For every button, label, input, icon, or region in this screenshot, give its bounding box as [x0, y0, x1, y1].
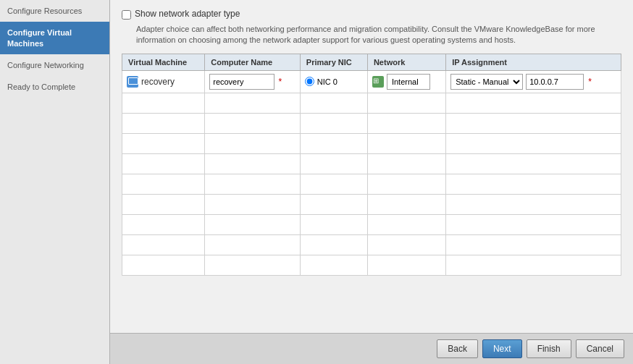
ip-value-input[interactable] — [526, 74, 584, 90]
content-area: Configure Resources Configure Virtual Ma… — [0, 0, 633, 364]
network-display: Internal — [372, 74, 441, 90]
col-network: Network — [367, 54, 445, 70]
adapter-description: Adapter choice can affect both networkin… — [136, 24, 600, 46]
nic-radio-group: NIC 0 — [305, 77, 363, 86]
empty-row-6 — [122, 194, 621, 214]
sidebar: Configure Resources Configure Virtual Ma… — [0, 0, 110, 364]
empty-row-8 — [122, 234, 621, 255]
finish-button[interactable]: Finish — [527, 339, 571, 358]
col-computer-name: Computer Name — [205, 54, 301, 70]
show-adapter-label: Show network adapter type — [135, 9, 240, 19]
empty-row-5 — [122, 174, 621, 194]
vm-name-cell: recovery — [122, 70, 205, 93]
sidebar-item-configure-networking[interactable]: Configure Networking — [0, 54, 109, 76]
network-icon — [372, 76, 384, 88]
empty-row-7 — [122, 214, 621, 234]
network-cell: Internal — [367, 70, 445, 93]
cancel-button[interactable]: Cancel — [576, 339, 624, 358]
empty-row-1 — [122, 93, 621, 113]
nic-label: NIC 0 — [317, 77, 338, 86]
ip-required-star: * — [588, 77, 592, 87]
next-button[interactable]: Next — [482, 339, 522, 358]
main-panel: Show network adapter type Adapter choice… — [110, 0, 633, 364]
computer-name-input[interactable] — [209, 74, 274, 90]
nic-radio[interactable] — [305, 77, 314, 86]
main-content: Show network adapter type Adapter choice… — [110, 0, 633, 333]
ip-assignment-cell: Static - Manual DHCP Static - Fixed * — [446, 70, 621, 93]
sidebar-item-configure-virtual-machines[interactable]: Configure Virtual Machines — [0, 22, 109, 54]
vm-name-label: recovery — [141, 77, 175, 87]
vm-icon — [127, 76, 138, 88]
required-star: * — [279, 77, 282, 87]
show-network-adapter-checkbox[interactable] — [122, 10, 131, 20]
back-button[interactable]: Back — [437, 339, 478, 358]
show-adapter-row: Show network adapter type — [122, 9, 621, 20]
footer: Back Next Finish Cancel — [110, 333, 633, 364]
table-header-row: Virtual Machine Computer Name Primary NI… — [122, 54, 621, 70]
main-window: Configure Resources Configure Virtual Ma… — [0, 0, 633, 364]
primary-nic-cell: NIC 0 — [300, 70, 367, 93]
col-primary-nic: Primary NIC — [300, 54, 367, 70]
ip-assignment-dropdown[interactable]: Static - Manual DHCP Static - Fixed — [450, 74, 523, 90]
empty-row-9 — [122, 255, 621, 275]
col-virtual-machine: Virtual Machine — [122, 54, 205, 70]
computer-name-cell: * — [205, 70, 301, 93]
vm-name-display: recovery — [127, 76, 200, 88]
empty-row-4 — [122, 153, 621, 174]
col-ip-assignment: IP Assignment — [446, 54, 621, 70]
sidebar-item-ready-to-complete[interactable]: Ready to Complete — [0, 76, 109, 98]
vm-table: Virtual Machine Computer Name Primary NI… — [122, 54, 621, 276]
table-row: recovery * NIC 0 — [122, 70, 621, 93]
empty-row-2 — [122, 113, 621, 133]
sidebar-item-configure-resources[interactable]: Configure Resources — [0, 0, 109, 22]
empty-row-3 — [122, 133, 621, 153]
ip-assignment-display: Static - Manual DHCP Static - Fixed * — [450, 74, 616, 90]
network-name-box[interactable]: Internal — [387, 74, 430, 90]
